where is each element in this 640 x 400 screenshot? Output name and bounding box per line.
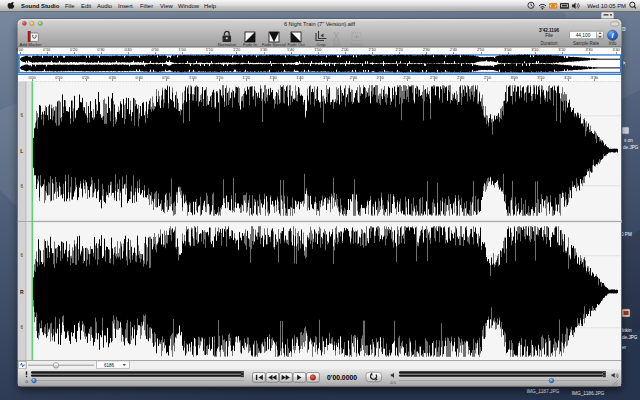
svg-text:3'30: 3'30	[591, 75, 599, 80]
svg-text:0 PM: 0 PM	[621, 232, 632, 237]
svg-text:0'50: 0'50	[151, 47, 159, 52]
svg-text:0'40: 0'40	[124, 47, 132, 52]
svg-text:0'30: 0'30	[109, 75, 117, 80]
svg-text:Insert: Insert	[118, 3, 133, 9]
svg-text:2'50: 2'50	[477, 47, 485, 52]
svg-text:Edit: Edit	[81, 3, 92, 9]
svg-text:0'30: 0'30	[97, 47, 105, 52]
svg-text:3'20: 3'20	[564, 75, 572, 80]
svg-text:File: File	[545, 33, 553, 38]
svg-text:View: View	[160, 3, 173, 9]
svg-text:0'00: 0'00	[28, 75, 36, 80]
svg-text:2'30: 2'30	[430, 75, 438, 80]
svg-text:0'10: 0'10	[43, 47, 51, 52]
svg-text:1'00: 1'00	[179, 47, 187, 52]
svg-text:2'00: 2'00	[350, 75, 358, 80]
svg-text:D: D	[622, 26, 626, 32]
svg-text:1'20: 1'20	[233, 47, 241, 52]
svg-text:IMG_1187.JPG: IMG_1187.JPG	[527, 389, 560, 394]
svg-text:1'40: 1'40	[296, 75, 304, 80]
svg-text:2'30: 2'30	[423, 47, 431, 52]
svg-text:1'50: 1'50	[314, 47, 322, 52]
svg-text:Sample Rate: Sample Rate	[573, 41, 600, 46]
svg-text:Fade In: Fade In	[243, 42, 258, 47]
svg-text:2'40: 2'40	[457, 75, 465, 80]
svg-text:-0.5: -0.5	[389, 381, 396, 385]
svg-text:1'00: 1'00	[189, 75, 197, 80]
svg-text:lnkin: lnkin	[622, 328, 632, 333]
svg-text:File: File	[65, 3, 75, 9]
svg-text:2'10: 2'10	[376, 75, 384, 80]
svg-text:3'30: 3'30	[585, 47, 593, 52]
svg-text:3'10: 3'10	[537, 75, 545, 80]
svg-text:3'00: 3'00	[504, 47, 512, 52]
svg-text:Window: Window	[178, 3, 200, 9]
svg-text:de.JPG: de.JPG	[623, 145, 639, 150]
svg-text:s on: s on	[624, 138, 633, 143]
svg-text:1'40: 1'40	[287, 47, 295, 52]
svg-text:3'20: 3'20	[558, 47, 566, 52]
svg-text:0'20: 0'20	[70, 47, 78, 52]
svg-text:1'10: 1'10	[216, 75, 224, 80]
svg-text:6: 6	[20, 253, 23, 258]
svg-text:3'00: 3'00	[510, 75, 518, 80]
svg-text:1'10: 1'10	[206, 47, 214, 52]
svg-text:0'00: 0'00	[16, 47, 24, 52]
svg-text:Help: Help	[204, 3, 217, 9]
svg-text:2'20: 2'20	[396, 47, 404, 52]
svg-text:0'10: 0'10	[55, 75, 63, 80]
svg-text:Filter: Filter	[140, 3, 153, 9]
svg-text:6: 6	[20, 113, 23, 118]
svg-text:Sound Studio: Sound Studio	[21, 3, 60, 9]
svg-text:IMG_1186.JPG: IMG_1186.JPG	[572, 391, 605, 396]
svg-text:3'10: 3'10	[531, 47, 539, 52]
svg-text:1'50: 1'50	[323, 75, 331, 80]
svg-text:44,100: 44,100	[576, 33, 591, 38]
svg-text:L: L	[20, 148, 23, 154]
svg-text:Info: Info	[609, 41, 617, 46]
svg-text:2'10: 2'10	[368, 47, 376, 52]
svg-text:6: 6	[20, 325, 23, 330]
svg-text:Audio: Audio	[97, 3, 113, 9]
svg-text:2'40: 2'40	[450, 47, 458, 52]
svg-text:6 Night Train (7" Version).aif: 6 Night Train (7" Version).aiff	[284, 21, 356, 27]
svg-text:2'20: 2'20	[403, 75, 411, 80]
svg-text:er: er	[622, 345, 627, 350]
svg-text:de.JPG: de.JPG	[622, 335, 638, 340]
svg-text:R: R	[20, 289, 24, 295]
svg-text:6: 6	[20, 184, 23, 189]
svg-text:0'40: 0'40	[135, 75, 143, 80]
svg-text:1'20: 1'20	[243, 75, 251, 80]
svg-text:1'30: 1'30	[269, 75, 277, 80]
svg-text:Delete: Delete	[351, 42, 364, 47]
svg-text:0'20: 0'20	[82, 75, 90, 80]
svg-text:Duration: Duration	[540, 41, 558, 46]
svg-text:2'00: 2'00	[341, 47, 349, 52]
svg-text:Wed 10:05 PM: Wed 10:05 PM	[587, 3, 626, 9]
svg-text:0'00.0000: 0'00.0000	[327, 374, 357, 381]
svg-text:3'40: 3'40	[612, 47, 620, 52]
svg-text:2'50: 2'50	[484, 75, 492, 80]
svg-text:6186: 6186	[104, 363, 115, 368]
svg-text:1'30: 1'30	[260, 47, 268, 52]
svg-text:0'50: 0'50	[162, 75, 170, 80]
